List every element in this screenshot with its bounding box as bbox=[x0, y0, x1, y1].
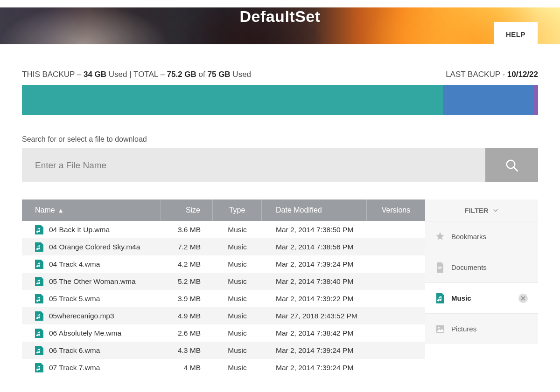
filter-item-pictures[interactable]: Pictures bbox=[425, 313, 538, 344]
filter-item-bookmarks[interactable]: Bookmarks bbox=[425, 221, 538, 252]
music-file-icon bbox=[35, 242, 43, 252]
music-file-icon bbox=[35, 277, 43, 286]
chevron-down-icon bbox=[492, 207, 499, 213]
cell-name: 07 Track 7.wma bbox=[49, 364, 100, 372]
search-icon bbox=[505, 158, 519, 172]
col-header-versions[interactable]: Versions bbox=[367, 199, 425, 221]
svg-point-0 bbox=[506, 160, 515, 168]
usage-summary: THIS BACKUP – 34 GB Used | TOTAL – 75.2 … bbox=[22, 70, 538, 79]
music-file-icon bbox=[35, 260, 43, 269]
cell-date: Mar 2, 2014 7:39:22 PM bbox=[262, 295, 367, 303]
col-header-size[interactable]: Size bbox=[161, 199, 213, 221]
cell-date: Mar 2, 2014 7:38:42 PM bbox=[262, 329, 367, 337]
cell-name: 05wherecanigo.mp3 bbox=[49, 312, 114, 320]
table-row[interactable]: 06 Absolutely Me.wma 2.6 MB Music Mar 2,… bbox=[22, 324, 425, 342]
table-row[interactable]: 04 Back It Up.wma 3.6 MB Music Mar 2, 20… bbox=[22, 221, 425, 238]
table-row[interactable]: 07 Track 7.wma 4 MB Music Mar 2, 2014 7:… bbox=[22, 359, 425, 376]
svg-point-7 bbox=[438, 327, 440, 329]
col-header-name[interactable]: Name▲ bbox=[22, 199, 161, 221]
table-row[interactable]: 05wherecanigo.mp3 4.9 MB Music Mar 27, 2… bbox=[22, 307, 425, 324]
cell-size: 4 MB bbox=[161, 364, 213, 372]
cell-type: Music bbox=[213, 329, 262, 337]
usage-total-cap: 75 GB bbox=[208, 70, 231, 79]
last-backup-date: 10/12/22 bbox=[507, 70, 538, 79]
filter-item-icon bbox=[435, 262, 445, 273]
usage-this-prefix: THIS BACKUP – bbox=[22, 70, 84, 79]
music-file-icon bbox=[35, 346, 43, 355]
col-header-date[interactable]: Date Modified bbox=[262, 199, 367, 221]
filter-item-label: Music bbox=[451, 294, 471, 302]
cell-date: Mar 2, 2014 7:39:24 PM bbox=[262, 364, 367, 372]
svg-line-1 bbox=[513, 167, 518, 171]
usage-total-used: 75.2 GB bbox=[167, 70, 196, 79]
cell-type: Music bbox=[213, 364, 262, 372]
cell-size: 4.2 MB bbox=[161, 260, 213, 268]
search-button[interactable] bbox=[485, 148, 538, 182]
filter-remove-button[interactable] bbox=[518, 294, 528, 303]
usage-this-size: 34 GB bbox=[84, 70, 106, 79]
music-file-icon bbox=[35, 294, 43, 303]
file-table: Name▲ Size Type Date Modified Versions 0… bbox=[22, 199, 425, 392]
cell-size: 7.2 MB bbox=[161, 243, 213, 251]
table-header-row: Name▲ Size Type Date Modified Versions bbox=[22, 199, 425, 221]
svg-rect-2 bbox=[438, 266, 442, 266]
filter-item-documents[interactable]: Documents bbox=[425, 252, 538, 282]
table-row[interactable]: 05 Track 5.wma 3.9 MB Music Mar 2, 2014 … bbox=[22, 290, 425, 307]
table-row[interactable]: 06 Track 6.wma 4.3 MB Music Mar 2, 2014 … bbox=[22, 342, 425, 359]
cell-name: 04 Track 4.wma bbox=[49, 260, 100, 268]
filter-item-label: Documents bbox=[451, 263, 487, 271]
filter-item-music[interactable]: Music bbox=[425, 282, 538, 313]
cell-size: 4.9 MB bbox=[161, 312, 213, 320]
music-file-icon bbox=[35, 363, 43, 372]
cell-name: 05 Track 5.wma bbox=[49, 295, 100, 303]
sort-asc-icon: ▲ bbox=[58, 207, 64, 214]
cell-name: 04 Back It Up.wma bbox=[49, 226, 110, 234]
table-row[interactable]: 04 Track 4.wma 4.2 MB Music Mar 2, 2014 … bbox=[22, 255, 425, 273]
cell-type: Music bbox=[213, 277, 262, 286]
filter-header-label: FILTER bbox=[464, 206, 488, 214]
filter-empty-space bbox=[425, 344, 538, 392]
cell-date: Mar 27, 2018 2:43:52 PM bbox=[262, 312, 367, 320]
top-whitespace bbox=[0, 0, 560, 7]
filter-item-icon bbox=[435, 324, 445, 334]
search-label: Search for or select a file to download bbox=[22, 135, 538, 144]
table-row[interactable]: 05 The Other Woman.wma 5.2 MB Music Mar … bbox=[22, 273, 425, 290]
usage-used-word-2: Used bbox=[231, 70, 251, 79]
cell-size: 4.3 MB bbox=[161, 346, 213, 355]
cell-size: 3.9 MB bbox=[161, 295, 213, 303]
last-backup-label: LAST BACKUP - bbox=[446, 70, 507, 79]
cell-name: 06 Absolutely Me.wma bbox=[49, 329, 121, 337]
music-file-icon bbox=[35, 225, 43, 234]
filter-item-label: Bookmarks bbox=[451, 233, 486, 241]
close-icon bbox=[521, 296, 525, 301]
usage-seg-this bbox=[22, 85, 443, 115]
cell-date: Mar 2, 2014 7:38:56 PM bbox=[262, 243, 367, 251]
cell-date: Mar 2, 2014 7:38:50 PM bbox=[262, 226, 367, 234]
cell-size: 3.6 MB bbox=[161, 226, 213, 234]
search-input[interactable] bbox=[22, 148, 485, 182]
table-row[interactable]: 04 Orange Colored Sky.m4a 7.2 MB Music M… bbox=[22, 238, 425, 255]
svg-rect-3 bbox=[438, 267, 442, 268]
cell-name: 06 Track 6.wma bbox=[49, 346, 100, 355]
hero-banner: DefaultSet HELP bbox=[0, 7, 560, 44]
cell-type: Music bbox=[213, 226, 262, 234]
cell-type: Music bbox=[213, 295, 262, 303]
svg-rect-4 bbox=[438, 268, 441, 269]
cell-date: Mar 2, 2014 7:39:24 PM bbox=[262, 260, 367, 268]
col-header-type[interactable]: Type bbox=[213, 199, 262, 221]
filter-item-icon bbox=[435, 232, 445, 242]
usage-seg-rest bbox=[533, 85, 538, 115]
help-button[interactable]: HELP bbox=[494, 22, 538, 46]
usage-of-word: of bbox=[196, 70, 208, 79]
usage-sep: | TOTAL – bbox=[129, 70, 167, 79]
cell-type: Music bbox=[213, 260, 262, 268]
cell-type: Music bbox=[213, 312, 262, 320]
usage-used-word: Used bbox=[106, 70, 129, 79]
cell-size: 5.2 MB bbox=[161, 277, 213, 286]
cell-date: Mar 2, 2014 7:38:40 PM bbox=[262, 277, 367, 286]
filter-item-icon bbox=[435, 293, 445, 303]
cell-name: 04 Orange Colored Sky.m4a bbox=[49, 243, 140, 251]
backup-set-title: DefaultSet bbox=[0, 7, 560, 26]
filter-header[interactable]: FILTER bbox=[425, 199, 538, 221]
usage-seg-other bbox=[443, 85, 532, 115]
